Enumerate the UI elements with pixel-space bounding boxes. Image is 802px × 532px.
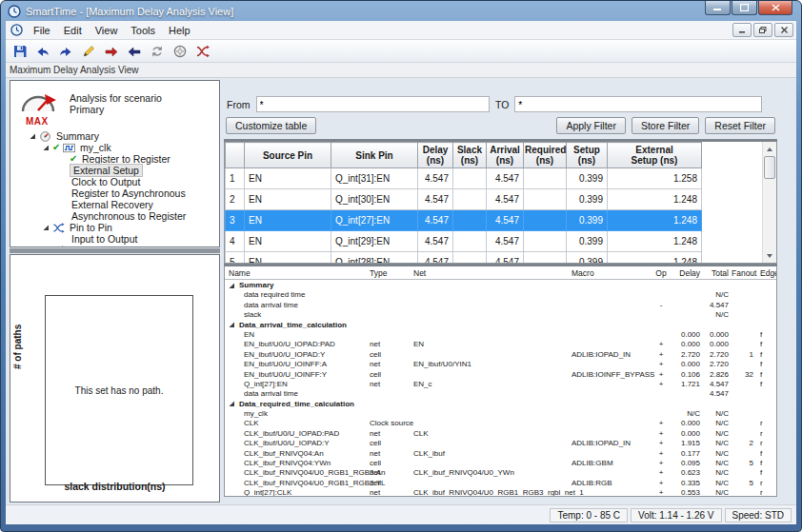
store-filter-button[interactable]: Store Filter	[632, 117, 699, 134]
detail-row[interactable]: CLK_ibuf_RNIVQ04:AnnetCLK_ibuf+0.177N/Cf	[225, 449, 776, 459]
child-restore-button[interactable]	[753, 23, 772, 37]
menu-item-file[interactable]: File	[27, 24, 57, 37]
detail-row[interactable]: CLK_ibuf_RNIVQ04/U0_RGB1_RGB3:YLcellADLI…	[225, 479, 776, 488]
paths-col-header[interactable]: Slack (ns)	[453, 143, 487, 168]
redo-icon[interactable]	[55, 42, 76, 61]
customize-table-button[interactable]: Customize table	[226, 117, 316, 134]
paths-col-header[interactable]: Arrival (ns)	[487, 143, 524, 168]
detail-row[interactable]: data arrival time-4.547	[225, 301, 776, 310]
clock-domain-icon	[63, 142, 78, 154]
title-bar[interactable]: SmartTime - [Maximum Delay Analysis View…	[1, 1, 801, 21]
detail-row[interactable]: my_clkN/CN/C	[225, 409, 776, 419]
path-cell: 0.399	[567, 168, 608, 189]
constraints-editor-icon[interactable]	[78, 42, 99, 61]
reset-filter-button[interactable]: Reset Filter	[705, 117, 775, 134]
detail-cell-type: net	[370, 468, 413, 478]
collapse-icon[interactable]	[229, 283, 235, 289]
paths-scrollbar[interactable]	[762, 142, 776, 263]
recalculate-icon[interactable]	[147, 42, 168, 61]
timer-icon[interactable]	[170, 42, 190, 61]
detail-section-data-arrival-time-calculation[interactable]: Data_arrival_time_calculation	[225, 321, 776, 330]
detail-row[interactable]: data arrival time4.547	[225, 389, 776, 399]
menu-item-tools[interactable]: Tools	[124, 24, 162, 37]
detail-row[interactable]: EN_ibuf/U0/U_IOINFF:AnetEN_ibuf/U0/YIN1+…	[225, 360, 776, 369]
detail-row[interactable]: slackN/C	[225, 310, 776, 320]
detail-cell-name: my_clk	[229, 409, 370, 419]
tree-item-register-to-asynchronous[interactable]: Register to Asynchronous	[14, 187, 215, 199]
detail-row[interactable]: EN_ibuf/U0/U_IOPAD:PADnetEN+0.0000.000f	[225, 340, 776, 349]
expander-icon[interactable]	[30, 133, 39, 140]
detail-cell-fanout	[732, 429, 756, 439]
expander-icon[interactable]	[43, 145, 52, 151]
tree-item-asynchronous-to-register[interactable]: Asynchronous to Register	[14, 210, 215, 222]
paths-col-header[interactable]: Source Pin	[245, 143, 331, 168]
menu-item-help[interactable]: Help	[162, 24, 197, 37]
path-row[interactable]: 1ENQ_int[31]:EN4.5474.5470.3991.258	[226, 168, 702, 189]
detail-row[interactable]: EN_ibuf/U0/U_IOPAD:YcellADLIB:IOPAD_IN+2…	[225, 350, 776, 360]
detail-cell-delay	[669, 290, 703, 300]
detail-row[interactable]: Q_int[27]:ENnetEN_c+1.7214.547f	[225, 380, 776, 389]
menu-item-edit[interactable]: Edit	[57, 24, 89, 37]
tree-item-input-to-output[interactable]: Input to Output	[14, 233, 215, 245]
path-row[interactable]: 3ENQ_int[27]:EN4.5474.5470.3991.248	[226, 210, 702, 231]
tree-item-summary[interactable]: Summary	[14, 130, 215, 142]
tree-item-clock-to-output[interactable]: Clock to Output	[14, 176, 215, 187]
save-icon[interactable]	[10, 42, 30, 61]
detail-cell-delay: 0.000	[669, 360, 703, 369]
paths-col-header[interactable]: Delay (ns)	[418, 143, 453, 168]
tree-item-user-sets[interactable]: User Sets	[14, 245, 215, 247]
paths-col-header[interactable]: External Setup (ns)	[608, 143, 702, 168]
detail-row[interactable]: CLK_ibuf_RNIVQ04:YWncellADLIB:GBM+0.095N…	[225, 459, 776, 468]
path-set-icon[interactable]	[192, 42, 213, 61]
paths-col-header[interactable]: Sink Pin	[331, 143, 418, 168]
child-close-button[interactable]	[774, 23, 793, 37]
undo-icon[interactable]	[32, 42, 53, 61]
path-row[interactable]: 2ENQ_int[30]:EN4.5474.5470.3991.248	[226, 189, 702, 210]
detail-cell-fanout	[732, 449, 756, 459]
detail-cell-macro	[571, 290, 653, 300]
collapse-icon[interactable]	[229, 401, 235, 407]
tree-item-external-setup[interactable]: External Setup	[14, 165, 215, 176]
collapse-icon[interactable]	[229, 322, 235, 328]
child-minimize-button[interactable]	[732, 23, 752, 37]
detail-row[interactable]: CLK_ibuf_RNIVQ04/U0_RGB1_RGB3:AnnetCLK_i…	[225, 468, 776, 478]
from-input[interactable]	[256, 96, 490, 112]
to-input[interactable]	[514, 96, 762, 112]
paths-col-header[interactable]	[226, 143, 245, 168]
scrollbar-thumb[interactable]	[764, 156, 775, 179]
tree-item-pin-to-pin[interactable]: Pin to Pin	[14, 222, 215, 233]
path-cell: 1.248	[608, 189, 702, 210]
detail-row[interactable]: CLK_ibuf/U0/U_IOPAD:PADnetCLK+0.000N/Cr	[225, 429, 776, 439]
detail-row[interactable]: CLK_ibuf/U0/U_IOPAD:YcellADLIB:IOPAD_IN+…	[225, 439, 776, 448]
detail-row[interactable]: EN0.0000.000f	[225, 330, 776, 340]
detail-section-summary[interactable]: Summary	[225, 281, 776, 290]
detail-row[interactable]: Q_int[27]:CLKnetCLK_ibuf_RNIVQ04/U0_RGB1…	[225, 488, 776, 497]
min-delay-analysis-icon[interactable]	[124, 42, 145, 61]
close-button[interactable]	[758, 1, 792, 15]
scroll-down-icon[interactable]	[764, 249, 775, 262]
detail-cell-delay: 0.000	[669, 429, 703, 439]
detail-cell-name: CLK_ibuf_RNIVQ04/U0_RGB1_RGB3:An	[229, 468, 370, 478]
minimize-button[interactable]	[705, 1, 731, 15]
paths-col-header[interactable]: Setup (ns)	[567, 143, 608, 168]
scenario-panel: MAX Analysis for scenario Primary Summar…	[10, 80, 220, 247]
paths-col-header[interactable]: Required (ns)	[524, 143, 567, 168]
menu-item-view[interactable]: View	[89, 24, 125, 37]
max-delay-analysis-icon[interactable]	[101, 42, 122, 61]
tree-item-my-clk[interactable]: ✔my_clk	[14, 142, 215, 153]
tree-item-external-recovery[interactable]: External Recovery	[14, 199, 215, 210]
detail-row[interactable]: EN_ibuf/U0/U_IOINFF:YcellADLIB:IOINFF_BY…	[225, 370, 776, 380]
left-splitter[interactable]	[10, 248, 220, 253]
path-cell: Q_int[28]:EN	[331, 252, 418, 265]
detail-section-data-required-time-calculation[interactable]: Data_required_time_calculation	[225, 400, 776, 409]
detail-row[interactable]: CLKClock source+0.000N/Cr	[225, 419, 776, 428]
maximize-button[interactable]	[732, 1, 757, 15]
detail-row[interactable]: data required timeN/C	[225, 290, 776, 300]
view-tab-label[interactable]: Maximum Delay Analysis View	[6, 63, 796, 78]
slack-histogram-panel: # of paths This set has no path. slack d…	[10, 254, 220, 502]
scroll-up-icon[interactable]	[764, 143, 775, 155]
apply-filter-button[interactable]: Apply Filter	[556, 117, 626, 134]
expander-icon[interactable]	[43, 225, 52, 231]
path-row[interactable]: 4ENQ_int[29]:EN4.5474.5470.3991.248	[226, 231, 702, 252]
path-row[interactable]: 5ENQ_int[28]:EN4.5474.5470.3991.248	[226, 252, 702, 265]
